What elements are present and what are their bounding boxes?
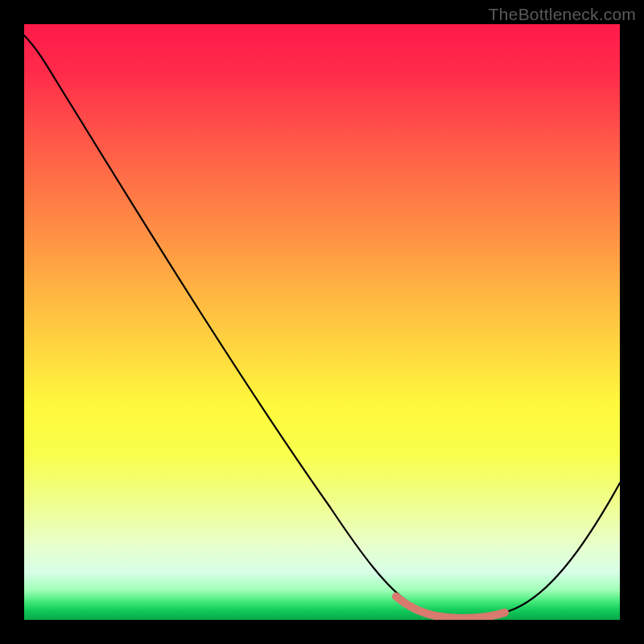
plot-area [24,24,620,620]
bottleneck-curve-path [24,35,620,617]
optimal-range-highlight-path [396,597,505,618]
chart-container: TheBottleneck.com [0,0,644,644]
curve-svg [24,24,620,620]
watermark-text: TheBottleneck.com [489,5,636,24]
